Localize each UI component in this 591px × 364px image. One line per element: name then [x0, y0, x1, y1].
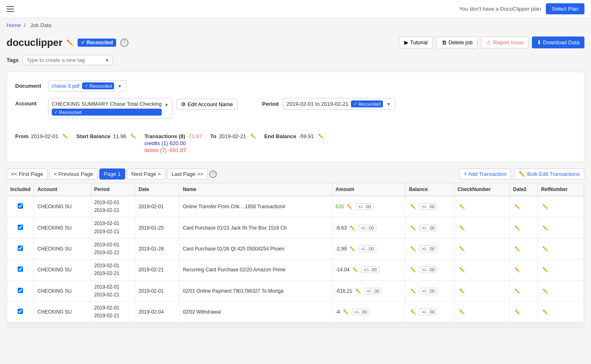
balance-edit-icon[interactable]: ✏️: [410, 225, 416, 230]
check-number-edit-icon[interactable]: ✏️: [459, 246, 465, 251]
balance-edit-icon[interactable]: ✏️: [410, 246, 416, 251]
amount-adjust-button[interactable]: +/- .00: [359, 246, 377, 252]
ref-number-edit-icon[interactable]: ✏️: [543, 204, 548, 209]
hamburger-menu[interactable]: [7, 6, 14, 12]
tags-dropdown-icon: ▼: [105, 58, 110, 63]
tags-input-wrap[interactable]: ▼: [23, 55, 113, 65]
balance-adjust-button[interactable]: +/- .00: [419, 288, 438, 294]
add-transaction-button[interactable]: + Add Transaction: [459, 168, 511, 180]
account-label: Account: [15, 100, 44, 107]
cell-period: 2019-02-012019-02-21: [91, 196, 135, 217]
end-balance-edit-icon[interactable]: ✏️: [318, 134, 324, 139]
amount-edit-icon[interactable]: ✏️: [355, 289, 361, 293]
prev-page-button[interactable]: < Previous Page: [49, 168, 98, 180]
bulk-edit-button[interactable]: ✏️ Bulk Edit Transactions: [514, 168, 584, 180]
amount-adjust-button[interactable]: +/- .00: [352, 309, 370, 315]
cell-date2: ✏️: [510, 259, 538, 280]
cell-date: 2019-02-21: [135, 259, 179, 280]
edit-account-button[interactable]: ⚙ Edit Account Name: [176, 99, 238, 110]
document-file-wrap[interactable]: chase-3.pdf Reconciled ▼: [48, 80, 126, 91]
balance-edit-icon[interactable]: ✏️: [410, 289, 416, 293]
check-number-edit-icon[interactable]: ✏️: [459, 204, 465, 209]
cell-name: Card Purchase 01/23 Jack IN The Box 1518…: [179, 217, 332, 238]
tags-input[interactable]: [26, 57, 103, 63]
ref-number-edit-icon[interactable]: ✏️: [543, 225, 548, 230]
check-number-edit-icon[interactable]: ✏️: [459, 267, 465, 272]
included-checkbox[interactable]: [18, 203, 23, 209]
balance-edit-icon[interactable]: ✏️: [410, 204, 416, 209]
select-plan-button[interactable]: Select Plan: [546, 3, 584, 14]
table-row: CHECKING SU 2019-02-012019-02-21 2019-02…: [7, 301, 584, 322]
amount-edit-icon[interactable]: ✏️: [347, 204, 353, 209]
first-page-button[interactable]: << First Page: [7, 168, 48, 180]
balance-edit-icon[interactable]: ✏️: [410, 267, 416, 272]
amount-edit-icon[interactable]: ✏️: [350, 225, 355, 230]
account-select-wrap[interactable]: CHECKING SUMMARY Chase Total Checking Re…: [48, 98, 172, 118]
balance-adjust-button[interactable]: +/- .00: [419, 309, 438, 315]
top-nav-right: You don't have a DocuClipper plan Select…: [459, 3, 584, 14]
cell-check-number: ✏️: [454, 259, 509, 280]
breadcrumb-home[interactable]: Home: [7, 22, 21, 28]
date2-edit-icon[interactable]: ✏️: [515, 246, 520, 251]
amount-edit-icon[interactable]: ✏️: [353, 267, 358, 272]
to-edit-icon[interactable]: ✏️: [250, 134, 256, 139]
last-page-button[interactable]: Last Page >>: [167, 168, 208, 180]
help-icon[interactable]: ?: [120, 39, 128, 47]
cell-amount: -4 ✏️ +/- .00: [332, 301, 405, 322]
cell-amount: -2.99 ✏️ +/- .00: [332, 238, 405, 259]
ref-number-edit-icon[interactable]: ✏️: [543, 289, 548, 293]
balance-adjust-button[interactable]: +/- .00: [419, 203, 438, 210]
cell-date2: ✏️: [510, 238, 538, 259]
ref-number-edit-icon[interactable]: ✏️: [543, 246, 548, 251]
col-date2: Date2: [510, 183, 538, 196]
table-row: CHECKING SU 2019-02-012019-02-21 2019-02…: [7, 259, 584, 280]
bulk-edit-icon: ✏️: [519, 171, 525, 177]
included-checkbox[interactable]: [18, 309, 23, 314]
tags-label: Tags: [7, 57, 18, 63]
balance-adjust-button[interactable]: +/- .00: [419, 266, 438, 273]
cell-account: CHECKING SU: [34, 280, 91, 301]
document-reconciled-badge: Reconciled: [82, 82, 114, 89]
date2-edit-icon[interactable]: ✏️: [515, 267, 520, 272]
edit-title-icon[interactable]: ✏️: [66, 39, 73, 46]
no-plan-text: You don't have a DocuClipper plan: [459, 6, 541, 12]
from-edit-icon[interactable]: ✏️: [62, 134, 68, 139]
account-row: Account CHECKING SUMMARY Chase Total Che…: [15, 98, 238, 118]
check-number-edit-icon[interactable]: ✏️: [459, 309, 465, 314]
download-data-button[interactable]: ⬇ Download Data: [532, 36, 584, 48]
amount-adjust-button[interactable]: +/- .00: [355, 203, 373, 210]
amount-edit-icon[interactable]: ✏️: [343, 309, 349, 314]
delete-job-button[interactable]: 🗑 Delete job: [436, 36, 478, 48]
included-checkbox[interactable]: [18, 288, 23, 293]
top-nav: You don't have a DocuClipper plan Select…: [0, 0, 591, 18]
ref-number-edit-icon[interactable]: ✏️: [543, 309, 548, 314]
balance-edit-icon[interactable]: ✏️: [410, 309, 416, 314]
included-checkbox[interactable]: [18, 246, 23, 251]
date2-edit-icon[interactable]: ✏️: [515, 225, 520, 230]
date2-edit-icon[interactable]: ✏️: [515, 309, 520, 314]
check-number-edit-icon[interactable]: ✏️: [459, 225, 465, 230]
amount-adjust-button[interactable]: +/- .00: [359, 225, 377, 231]
balance-adjust-button[interactable]: +/- .00: [419, 225, 438, 231]
date2-edit-icon[interactable]: ✏️: [515, 204, 520, 209]
play-icon: ▶: [404, 39, 408, 46]
horizontal-scrollbar[interactable]: [7, 323, 584, 328]
date2-edit-icon[interactable]: ✏️: [515, 289, 520, 293]
tutorial-button[interactable]: ▶ Tutorial: [399, 36, 433, 48]
included-checkbox[interactable]: [18, 225, 23, 230]
start-balance-edit-icon[interactable]: ✏️: [131, 134, 136, 139]
ref-number-edit-icon[interactable]: ✏️: [543, 267, 548, 272]
cell-check-number: ✏️: [454, 196, 509, 217]
amount-edit-icon[interactable]: ✏️: [350, 246, 355, 251]
next-page-button[interactable]: Next Page >: [127, 168, 165, 180]
start-balance-value: 11.96: [113, 133, 126, 139]
report-issue-button[interactable]: ⚠ Report Issue: [481, 36, 529, 48]
page-1-button[interactable]: Page 1: [99, 168, 125, 180]
period-select-wrap[interactable]: 2019-02-01 to 2019-02-21 Reconciled ▼: [283, 98, 395, 110]
pagination-help-icon[interactable]: ?: [209, 171, 217, 178]
amount-adjust-button[interactable]: +/- .00: [364, 288, 382, 294]
amount-adjust-button[interactable]: +/- .00: [361, 266, 379, 273]
balance-adjust-button[interactable]: +/- .00: [419, 246, 438, 252]
check-number-edit-icon[interactable]: ✏️: [459, 289, 465, 293]
included-checkbox[interactable]: [18, 266, 23, 272]
